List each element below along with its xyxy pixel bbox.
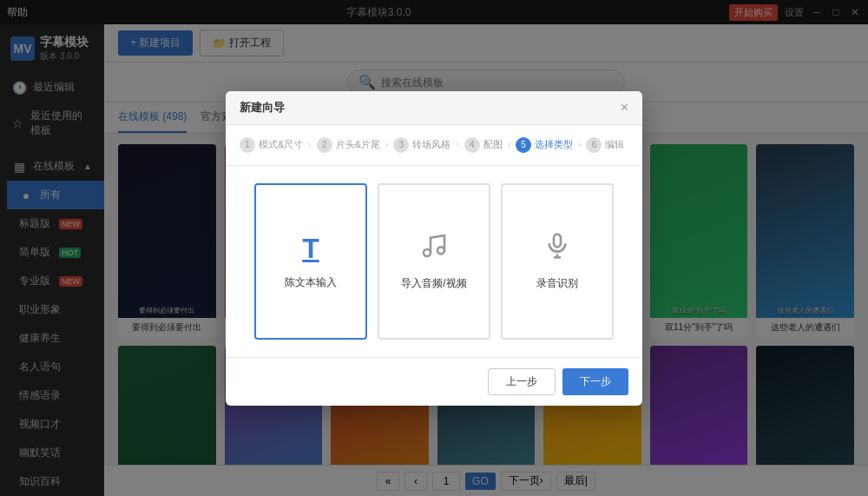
dialog-footer: 上一步 下一步 xyxy=(226,357,642,406)
music-icon xyxy=(420,232,448,266)
step-arrow-4: › xyxy=(508,140,510,149)
step-5: 5 选择类型 xyxy=(516,137,573,153)
back-btn[interactable]: 上一步 xyxy=(488,368,556,395)
dialog-title: 新建向导 xyxy=(240,100,285,116)
step-num-1: 1 xyxy=(240,137,255,153)
step-4: 4 配图 xyxy=(464,137,503,153)
step-num-3: 3 xyxy=(393,137,409,153)
step-num-4: 4 xyxy=(464,137,480,153)
dialog-options: T 陈文本输入 导入音频/视频 xyxy=(240,183,628,340)
option-record[interactable]: 录音识别 xyxy=(501,183,614,340)
step-label-1: 模式&尺寸 xyxy=(259,138,303,151)
step-1: 1 模式&尺寸 xyxy=(240,137,303,153)
step-arrow-1: › xyxy=(308,140,311,149)
svg-point-1 xyxy=(437,247,444,254)
option-text-label: 陈文本输入 xyxy=(285,275,337,290)
step-arrow-2: › xyxy=(385,140,388,149)
step-2: 2 片头&片尾 xyxy=(317,137,380,153)
step-label-5: 选择类型 xyxy=(535,138,573,151)
step-arrow-5: › xyxy=(578,140,581,149)
step-label-3: 转场风格 xyxy=(412,138,450,151)
option-record-label: 录音识别 xyxy=(536,276,578,291)
option-import-label: 导入音频/视频 xyxy=(401,276,466,291)
step-label-2: 片头&片尾 xyxy=(336,138,380,151)
dialog-header: 新建向导 × xyxy=(226,91,642,125)
step-3: 3 转场风格 xyxy=(393,137,450,153)
option-text-input[interactable]: T 陈文本输入 xyxy=(254,183,367,340)
dialog-close-btn[interactable]: × xyxy=(621,100,628,116)
step-num-6: 6 xyxy=(586,137,602,153)
step-num-2: 2 xyxy=(317,137,332,153)
step-arrow-3: › xyxy=(456,140,458,149)
step-6: 6 编辑 xyxy=(586,137,624,153)
step-label-6: 编辑 xyxy=(605,138,624,151)
dialog-body: T 陈文本输入 导入音频/视频 xyxy=(226,166,642,357)
next-btn[interactable]: 下一步 xyxy=(562,368,628,395)
dialog-overlay: 新建向导 × 1 模式&尺寸 › 2 片头&片尾 › 3 转场风格 › 4 配图 xyxy=(0,0,868,496)
option-import-media[interactable]: 导入音频/视频 xyxy=(378,183,490,340)
svg-point-0 xyxy=(424,249,431,256)
step-num-5: 5 xyxy=(516,137,531,153)
step-label-4: 配图 xyxy=(483,138,503,151)
svg-rect-2 xyxy=(554,234,561,247)
dialog: 新建向导 × 1 模式&尺寸 › 2 片头&片尾 › 3 转场风格 › 4 配图 xyxy=(226,91,642,406)
mic-icon xyxy=(543,232,571,266)
text-icon: T xyxy=(302,233,319,265)
stepper: 1 模式&尺寸 › 2 片头&片尾 › 3 转场风格 › 4 配图 › 5 选择… xyxy=(226,125,642,166)
